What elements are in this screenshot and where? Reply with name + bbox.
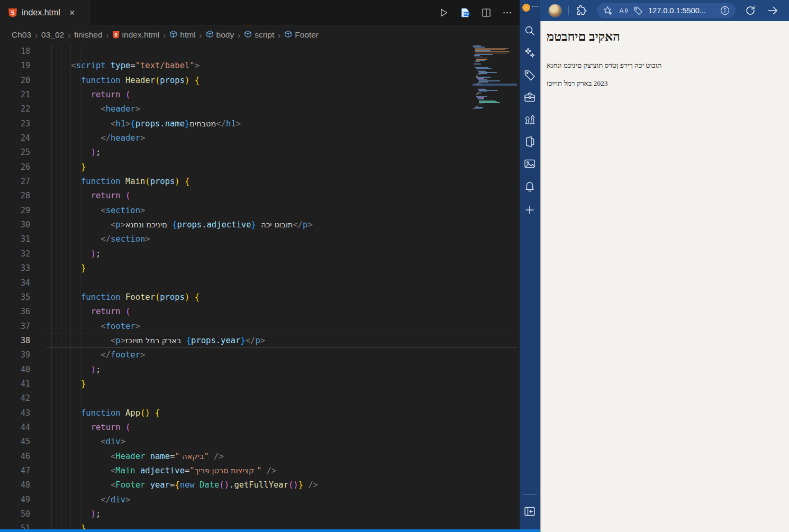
minimap-row: [475, 51, 510, 52]
tab-index-html[interactable]: 5 index.html ×: [0, 0, 90, 25]
open-in-browser-button[interactable]: PHP: [458, 6, 472, 20]
code-line-20[interactable]: function Header(props) {: [51, 74, 318, 88]
code-line-47[interactable]: <Main adjective="קציצות סרטן פריך " />: [51, 464, 318, 478]
code-token: props.adjective: [177, 220, 251, 230]
breadcrumb-item-index-html[interactable]: 5index.html: [113, 30, 160, 40]
code-line-32[interactable]: );: [51, 247, 318, 261]
favorites-star-icon[interactable]: [602, 5, 613, 16]
code-line-38[interactable]: <p>בארק רמל תויוכז {props.year}</p>: [51, 334, 318, 348]
code-line-39[interactable]: </footer>: [51, 348, 318, 362]
minimap-row: [477, 70, 484, 71]
code-line-48[interactable]: <Footer year={new Date().getFullYear()} …: [51, 478, 318, 492]
code-token: [51, 61, 71, 70]
code-line-29[interactable]: <section>: [51, 204, 318, 218]
refresh-button[interactable]: [744, 4, 757, 17]
code-line-40[interactable]: );: [51, 363, 318, 377]
breadcrumb-label: 03_02: [41, 30, 64, 40]
code-line-25[interactable]: );: [51, 145, 318, 160]
code-line-33[interactable]: }: [51, 261, 318, 276]
address-bar[interactable]: A 127.0.0.1:5500...: [597, 3, 736, 18]
breadcrumb-item-finished[interactable]: finished: [74, 30, 102, 40]
code-token: }: [185, 119, 189, 129]
code-line-46[interactable]: <Header name=" ביקאה" />: [51, 450, 318, 464]
code-line-18[interactable]: [51, 44, 318, 59]
code-editor[interactable]: 1819202122232425262728293031323334353637…: [0, 44, 520, 532]
shopping-tag-icon[interactable]: [523, 69, 536, 81]
code-line-41[interactable]: }: [51, 377, 318, 391]
update-badge-icon[interactable]: ↑: [522, 4, 530, 12]
collapse-sidebar-icon[interactable]: [523, 505, 536, 518]
code-line-31[interactable]: </section>: [51, 232, 318, 246]
code-line-42[interactable]: [51, 391, 318, 406]
breadcrumb-separator: ›: [68, 31, 70, 40]
add-sidebar-item-icon[interactable]: [523, 204, 536, 216]
code-token: >: [121, 336, 125, 345]
code-token: ": [175, 452, 179, 461]
code-token: =: [185, 466, 189, 475]
split-editor-button[interactable]: [479, 6, 493, 20]
code-line-44[interactable]: return (: [51, 420, 318, 435]
tools-briefcase-icon[interactable]: [523, 91, 536, 104]
code-line-23[interactable]: <h1>{props.name}מטבחים</h1>: [51, 117, 318, 131]
search-icon[interactable]: [523, 24, 536, 37]
line-number: 18: [0, 44, 30, 59]
code-line-27[interactable]: function Main(props) {: [51, 175, 318, 189]
code-line-49[interactable]: </div>: [51, 493, 318, 507]
code-token: [121, 90, 125, 99]
screenshot-image-icon[interactable]: [523, 158, 536, 170]
breadcrumb-item-body[interactable]: body: [206, 30, 234, 40]
code-token: [121, 191, 125, 200]
code-token: [51, 408, 81, 418]
games-chess-icon[interactable]: [523, 113, 536, 126]
forward-button[interactable]: [766, 4, 779, 17]
tag-icon[interactable]: [633, 5, 643, 16]
code-line-43[interactable]: function App() {: [51, 406, 318, 420]
code-token: <: [111, 220, 115, 230]
breadcrumb-separator: ›: [199, 31, 202, 40]
breadcrumb-item-script[interactable]: script: [244, 30, 274, 40]
code-line-37[interactable]: <footer>: [51, 319, 318, 334]
code-line-34[interactable]: [51, 276, 318, 290]
breadcrumb-item-footer[interactable]: Footer: [284, 30, 319, 40]
more-actions-button[interactable]: ⋯: [501, 6, 514, 20]
code-line-28[interactable]: return (: [51, 189, 318, 203]
office-icon[interactable]: [523, 135, 536, 148]
line-number: 22: [0, 102, 30, 116]
read-aloud-icon[interactable]: A: [618, 5, 628, 16]
extensions-icon[interactable]: [575, 4, 587, 17]
site-info-icon[interactable]: [720, 5, 730, 16]
code-line-22[interactable]: <header>: [51, 102, 318, 116]
code-token: [150, 408, 155, 418]
breadcrumb-item-ch03[interactable]: Ch03: [12, 30, 31, 40]
code-content[interactable]: <script type="text/babel"> function Head…: [51, 44, 318, 532]
code-line-35[interactable]: function Footer(props) {: [51, 290, 318, 305]
code-line-19[interactable]: <script type="text/babel">: [51, 59, 318, 73]
tab-label: index.html: [22, 8, 60, 17]
code-line-30[interactable]: <p>םיניכמ ונחנא {props.adjective} תובוט …: [51, 218, 318, 232]
code-token: םיניכמ ונחנא: [125, 221, 167, 229]
code-token: return: [91, 307, 121, 316]
code-token: <: [111, 452, 115, 461]
run-button[interactable]: [437, 6, 451, 20]
code-token: function: [81, 76, 121, 85]
code-line-21[interactable]: return (: [51, 88, 318, 102]
line-number: 47: [0, 464, 30, 478]
code-token: [189, 292, 194, 302]
breadcrumb-item-html[interactable]: html: [169, 30, 195, 40]
sidebar-more-icon[interactable]: ⋯: [531, 2, 539, 10]
tab-close-icon[interactable]: ×: [69, 8, 75, 17]
code-line-24[interactable]: </header>: [51, 131, 318, 145]
notifications-bell-icon[interactable]: [523, 180, 536, 192]
code-token: year: [150, 480, 170, 490]
profile-avatar[interactable]: [548, 4, 562, 17]
code-token: {: [195, 292, 199, 302]
code-line-50[interactable]: );: [51, 507, 318, 521]
minimap[interactable]: [473, 45, 517, 141]
discover-sparkles-icon[interactable]: [523, 47, 536, 59]
url-text[interactable]: 127.0.0.1:5500...: [648, 6, 715, 15]
breadcrumb-item-03-02[interactable]: 03_02: [41, 30, 64, 40]
code-line-36[interactable]: return (: [51, 305, 318, 319]
breadcrumb-separator: ›: [238, 31, 240, 40]
code-line-26[interactable]: }: [51, 160, 318, 175]
code-line-45[interactable]: <div>: [51, 435, 318, 449]
